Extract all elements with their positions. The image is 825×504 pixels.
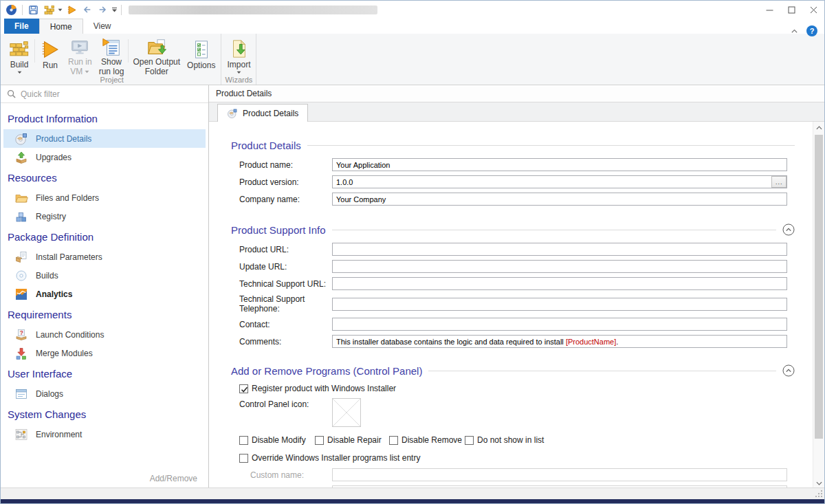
- scroll-up-button[interactable]: [813, 122, 824, 133]
- help-button[interactable]: ?: [806, 25, 817, 36]
- build-button[interactable]: Build: [5, 36, 34, 74]
- form-row-contact: Contact:: [239, 318, 795, 331]
- customize-toolbar-caret-icon[interactable]: [111, 7, 118, 12]
- technical-support-telephone-input[interactable]: [332, 298, 787, 311]
- save-button[interactable]: [26, 3, 41, 17]
- title-bar: [1, 1, 824, 19]
- sidebar-item-builds[interactable]: Builds: [3, 266, 206, 285]
- build-caret-icon: [17, 71, 22, 74]
- open-output-folder-button[interactable]: Open Output Folder: [129, 36, 184, 74]
- section-title-text: Add or Remove Programs (Control Panel): [231, 365, 422, 377]
- back-arrow-icon: [82, 5, 92, 14]
- build-quick-button[interactable]: [42, 3, 56, 17]
- sidebar-item-launch-conditions[interactable]: ? Launch Conditions: [3, 325, 206, 344]
- nav-item-label: Analytics: [36, 289, 72, 299]
- product-url-input[interactable]: [332, 243, 787, 256]
- close-button[interactable]: [802, 1, 824, 19]
- do-not-show-label: Do not show in list: [477, 435, 544, 445]
- quick-access-toolbar: [4, 3, 124, 17]
- run-in-vm-button[interactable]: Run in VM: [65, 36, 96, 74]
- import-button[interactable]: Import: [223, 36, 254, 74]
- update-url-input[interactable]: [332, 260, 787, 273]
- nav-header-system-changes: System Changes: [1, 403, 208, 425]
- disable-options-row: Disable Modify Disable Repair Disable Re…: [239, 435, 795, 445]
- forward-button[interactable]: [96, 3, 110, 17]
- options-label: Options: [187, 61, 215, 71]
- sidebar-item-analytics[interactable]: Analytics: [3, 285, 206, 303]
- collapse-section-button[interactable]: [782, 364, 795, 377]
- sidebar-item-product-details[interactable]: Product Details: [3, 129, 206, 148]
- sidebar-item-merge-modules[interactable]: Merge Modules: [3, 344, 206, 362]
- product-version-wrap: ...: [332, 175, 787, 188]
- browse-button[interactable]: ...: [771, 176, 786, 188]
- sidebar-item-registry[interactable]: Registry: [3, 207, 206, 226]
- save-icon: [28, 5, 38, 15]
- vertical-scrollbar[interactable]: [813, 122, 824, 489]
- custom-name-input[interactable]: [332, 468, 787, 481]
- dropdown-caret-icon[interactable]: [58, 8, 63, 12]
- toolbar-separator: [121, 5, 122, 15]
- section-title-add-remove-programs: Add or Remove Programs (Control Panel): [231, 364, 795, 377]
- product-name-label: Product name:: [239, 160, 332, 170]
- override-checkbox-row[interactable]: Override Windows Installer programs list…: [239, 453, 795, 463]
- upgrade-box-icon: [14, 151, 28, 164]
- nav-item-label: Registry: [36, 212, 66, 221]
- control-panel-icon-row: Control Panel icon:: [239, 398, 795, 427]
- run-in-vm-caret-icon: [85, 70, 89, 74]
- build-bricks-icon: [44, 5, 55, 15]
- cd-hand-icon: [14, 132, 28, 146]
- collapse-ribbon-icon[interactable]: [791, 28, 798, 34]
- sidebar-item-upgrades[interactable]: Upgrades: [3, 148, 206, 166]
- disable-repair-checkbox-row[interactable]: Disable Repair: [315, 435, 389, 445]
- company-name-input[interactable]: [332, 193, 787, 206]
- add-remove-link[interactable]: Add/Remove: [150, 474, 197, 483]
- dialogs-window-icon: [14, 387, 28, 401]
- comments-input[interactable]: This installer database contains the log…: [332, 335, 787, 348]
- run-button[interactable]: Run: [36, 36, 65, 74]
- window-title-redacted: [129, 6, 377, 14]
- options-button[interactable]: Options: [184, 36, 219, 74]
- control-panel-icon-box[interactable]: [332, 398, 361, 427]
- show-run-log-button[interactable]: Show run log: [96, 36, 128, 74]
- import-label: Import: [227, 61, 250, 70]
- technical-support-url-label: Technical Support URL:: [239, 279, 332, 289]
- resize-grip-icon[interactable]: [815, 490, 823, 498]
- document-content: Product Details Product name: Product ve…: [209, 122, 813, 489]
- tab-view[interactable]: View: [83, 19, 122, 34]
- minimize-button[interactable]: [758, 1, 780, 19]
- disable-remove-checkbox-row[interactable]: Disable Remove: [389, 435, 465, 445]
- back-button[interactable]: [80, 3, 94, 17]
- do-not-show-checkbox-row[interactable]: Do not show in list: [465, 435, 544, 445]
- run-label: Run: [43, 61, 58, 71]
- nav-header-user-interface: User Interface: [1, 362, 208, 384]
- contact-input[interactable]: [332, 318, 787, 331]
- document-tab-product-details[interactable]: Product Details: [217, 104, 308, 122]
- section-divider: [332, 230, 776, 230]
- scrollbar-thumb[interactable]: [815, 135, 823, 439]
- sidebar-item-environment[interactable]: Environment: [3, 425, 206, 443]
- tab-home[interactable]: Home: [39, 19, 83, 34]
- form-row-product-version: Product version: ...: [239, 175, 795, 188]
- sidebar-item-files-and-folders[interactable]: Files and Folders: [3, 188, 206, 207]
- app-logo-icon[interactable]: [4, 3, 19, 17]
- quick-filter-input[interactable]: [21, 89, 202, 99]
- collapse-section-button[interactable]: [782, 223, 795, 236]
- form-row-update-url: Update URL:: [239, 260, 795, 273]
- scroll-up-icon: [816, 126, 822, 130]
- sidebar-item-install-parameters[interactable]: Install Parameters: [3, 248, 206, 266]
- run-quick-button[interactable]: [64, 3, 78, 17]
- product-version-input[interactable]: [332, 175, 787, 188]
- register-product-checkbox-row[interactable]: Register product with Windows Installer: [239, 384, 795, 393]
- help-icon: ?: [810, 27, 815, 35]
- nav-item-label: Environment: [36, 430, 82, 439]
- disable-modify-checkbox-row[interactable]: Disable Modify: [239, 435, 315, 445]
- build-label: Build: [10, 61, 29, 70]
- product-name-input[interactable]: [332, 158, 787, 171]
- maximize-button[interactable]: [780, 1, 802, 19]
- technical-support-telephone-label: Technical Support Telephone:: [239, 294, 332, 314]
- sidebar-item-dialogs[interactable]: Dialogs: [3, 384, 206, 403]
- register-product-checkbox: [239, 384, 248, 393]
- tab-file[interactable]: File: [4, 19, 39, 34]
- technical-support-url-input[interactable]: [332, 277, 787, 290]
- build-icon: [9, 37, 30, 61]
